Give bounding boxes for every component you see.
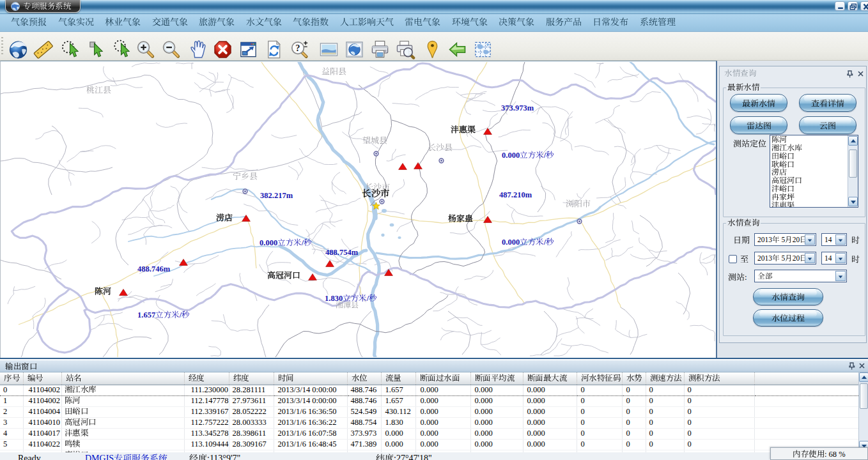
menu-item-8[interactable]	[340, 17, 394, 27]
pin-icon[interactable]	[847, 70, 853, 78]
latest-water-button[interactable]	[730, 94, 787, 112]
toolbar-select-feature-button[interactable]	[86, 39, 107, 59]
toolbar-print-button[interactable]	[369, 39, 391, 59]
menu-item-11[interactable]	[499, 17, 534, 27]
grid-column-header[interactable]	[274, 372, 347, 385]
menu-item-3[interactable]	[105, 17, 141, 27]
grid-column-header[interactable]	[23, 372, 61, 385]
toolbar-zoom-in-button[interactable]	[134, 39, 156, 59]
toolbar-print-preview-button[interactable]	[394, 39, 416, 59]
toolbar-measure-button[interactable]	[32, 39, 54, 59]
menu-item-6[interactable]	[246, 17, 282, 27]
close-button[interactable]	[860, 1, 868, 11]
radar-chart-button[interactable]	[730, 116, 787, 134]
listbox-scroll-down-button[interactable]	[848, 197, 858, 206]
station-triangle-marker[interactable]	[384, 267, 393, 279]
menu-item-13[interactable]	[593, 17, 628, 27]
hour-to-combo[interactable]: 14	[821, 252, 847, 264]
station-list-item[interactable]	[771, 160, 847, 169]
hour-from-dropdown-icon[interactable]	[835, 234, 846, 245]
toolbar-identify-button[interactable]: ?	[288, 39, 310, 59]
date-to-combo[interactable]: 2013 520	[754, 252, 816, 264]
grid-column-header[interactable]	[415, 372, 470, 385]
toolbar-image-button[interactable]	[318, 39, 339, 59]
grid-column-header[interactable]	[61, 372, 184, 385]
water-query-button[interactable]	[753, 288, 823, 305]
data-grid[interactable]: 041104002111.23000028.2811112013/3/14 0:…	[0, 372, 858, 452]
to-date-checkbox[interactable]	[729, 255, 737, 263]
date-from-dropdown-icon[interactable]	[805, 234, 815, 245]
station-list-item[interactable]	[771, 135, 847, 144]
toolbar-grid-map-button[interactable]	[472, 39, 493, 59]
menu-item-12[interactable]	[546, 17, 582, 27]
toolbar-zoom-out-button[interactable]	[160, 39, 182, 59]
grid-column-header[interactable]	[523, 372, 577, 385]
grid-scroll-up-button[interactable]	[859, 372, 868, 382]
station-list-item[interactable]	[771, 185, 847, 193]
grid-column-header[interactable]	[622, 372, 646, 385]
grid-column-header[interactable]	[347, 372, 381, 385]
station-list-item[interactable]	[771, 176, 847, 185]
menu-item-1[interactable]	[11, 17, 47, 27]
toolbar-globe-button[interactable]	[7, 39, 29, 59]
listbox-scrollbar[interactable]	[848, 135, 858, 207]
grid-row[interactable]: 141104002112.14777827.9736112013/3/14 0:…	[0, 395, 858, 406]
station-list-item[interactable]	[771, 168, 847, 176]
panel-close-icon[interactable]	[858, 71, 864, 77]
hour-to-dropdown-icon[interactable]	[835, 253, 846, 263]
map-view[interactable]: 373.973m0.000/382.217m487.210m0.000/0.00…	[0, 61, 717, 358]
output-pin-icon[interactable]	[849, 362, 855, 370]
station-list-item[interactable]	[771, 144, 847, 152]
minimize-button[interactable]	[835, 1, 845, 11]
grid-column-header[interactable]	[684, 372, 754, 385]
output-close-icon[interactable]	[859, 363, 865, 369]
grid-column-header[interactable]	[381, 372, 415, 385]
hour-from-combo[interactable]: 14	[821, 233, 847, 246]
toolbar-refresh-button[interactable]	[263, 39, 284, 59]
toolbar-stop-button[interactable]	[212, 39, 233, 59]
grid-column-header[interactable]	[470, 372, 523, 385]
grid-row[interactable]: 341104010112.75722228.0033332013/1/6 16:…	[0, 417, 858, 428]
station-triangle-marker[interactable]	[483, 126, 492, 137]
station-list-item[interactable]	[771, 201, 847, 207]
date-to-dropdown-icon[interactable]	[805, 253, 815, 263]
toolbar-world-button[interactable]	[343, 39, 365, 59]
grid-column-header[interactable]	[229, 372, 274, 385]
grid-scroll-thumb[interactable]	[860, 383, 868, 409]
toolbar-pin-button[interactable]	[421, 39, 443, 59]
menu-item-2[interactable]	[58, 17, 94, 27]
station-triangle-marker[interactable]	[398, 161, 407, 172]
menu-item-7[interactable]	[293, 17, 329, 27]
maximize-button[interactable]	[848, 1, 858, 11]
grid-column-header[interactable]	[577, 372, 622, 385]
station-triangle-marker[interactable]	[308, 272, 317, 283]
toolbar-select-region-button[interactable]	[59, 39, 81, 59]
grid-row[interactable]: 441104017113.34527828.3986112013/1/6 16:…	[0, 428, 858, 439]
station-list-item[interactable]	[771, 193, 847, 201]
grid-scrollbar[interactable]	[858, 372, 868, 452]
toolbar-pan-button[interactable]	[187, 39, 208, 59]
station-list-item[interactable]	[771, 152, 847, 160]
grid-row[interactable]: 541104022113.10944428.3091672013/1/6 16:…	[0, 439, 858, 450]
grid-row[interactable]: 041104002111.23000028.2811112013/3/14 0:…	[0, 385, 858, 395]
water-level-process-button[interactable]	[753, 309, 823, 326]
station-triangle-marker[interactable]	[325, 258, 334, 270]
menu-item-5[interactable]	[199, 17, 235, 27]
station-dropdown-icon[interactable]	[835, 271, 846, 281]
station-triangle-marker[interactable]	[242, 213, 251, 224]
grid-column-header[interactable]	[646, 372, 684, 385]
menu-item-4[interactable]	[152, 17, 188, 27]
station-combo[interactable]	[754, 270, 847, 282]
menu-item-14[interactable]	[640, 17, 676, 27]
toolbar-select-polygon-button[interactable]	[111, 39, 132, 59]
toolbar-back-button[interactable]	[446, 39, 468, 59]
cloud-image-button[interactable]	[799, 116, 856, 134]
toolbar-full-extent-button[interactable]	[237, 39, 259, 59]
grid-column-header[interactable]	[184, 372, 229, 385]
station-triangle-marker[interactable]	[414, 160, 422, 172]
grid-row[interactable]: 241104004112.33916728.0522222013/1/6 16:…	[0, 406, 858, 417]
listbox-scroll-up-button[interactable]	[848, 136, 858, 146]
menu-item-9[interactable]	[405, 17, 440, 27]
date-from-combo[interactable]: 2013 520	[754, 233, 816, 246]
station-triangle-marker[interactable]	[119, 287, 128, 298]
